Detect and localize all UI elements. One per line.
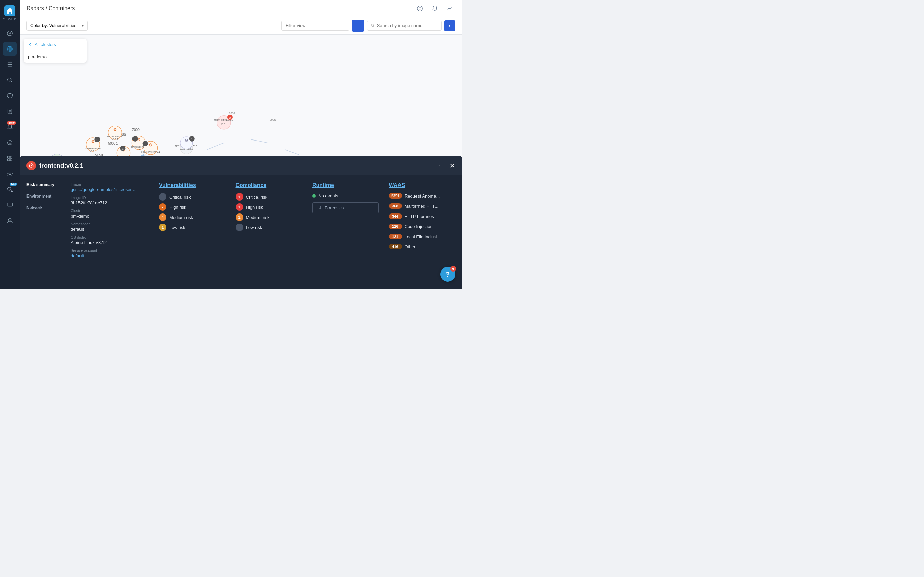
svg-text:50051: 50051 bbox=[108, 142, 118, 145]
imageid-label: Image ID bbox=[71, 195, 149, 200]
sidebar-item-incidents[interactable] bbox=[3, 136, 17, 149]
sidebar-item-logs[interactable] bbox=[3, 152, 17, 165]
forensics-button[interactable]: Forensics bbox=[312, 202, 379, 213]
sidebar-item-monitor[interactable] bbox=[3, 198, 17, 212]
nav-network[interactable]: Network bbox=[26, 205, 60, 210]
svg-rect-6 bbox=[8, 63, 12, 63]
svg-point-31 bbox=[8, 219, 11, 221]
help-icon-btn[interactable] bbox=[414, 3, 425, 14]
info-row-imageid: Image ID 3b152ffe781ec712 bbox=[71, 195, 149, 205]
svg-text:checkoutservice:: checkoutservice: bbox=[85, 147, 101, 150]
sidebar-item-radar[interactable] bbox=[3, 42, 17, 56]
waas-title[interactable]: WAAS bbox=[389, 182, 456, 189]
all-clusters-btn[interactable]: All clusters bbox=[24, 39, 87, 51]
sidebar-item-dashboard[interactable] bbox=[3, 26, 17, 40]
help-button[interactable]: 6 ? bbox=[440, 267, 455, 282]
svg-text:gke.0: gke.0 bbox=[221, 122, 227, 125]
comp-high: 1 High risk bbox=[236, 203, 302, 211]
svg-rect-28 bbox=[8, 203, 12, 206]
filter-button[interactable] bbox=[352, 20, 364, 32]
svg-point-18 bbox=[10, 143, 10, 144]
waas-column: WAAS 2351 Request Anoma... 368 Malformed… bbox=[389, 182, 456, 281]
sidebar-item-alerts[interactable]: 1879 bbox=[3, 120, 17, 134]
service-account-label: Service account bbox=[71, 248, 149, 253]
svg-point-35 bbox=[371, 24, 374, 26]
chevron-down-icon: ▾ bbox=[82, 23, 84, 28]
search-input[interactable] bbox=[377, 21, 438, 30]
waas-request-anomaly: 2351 Request Anoma... bbox=[389, 193, 456, 198]
svg-line-36 bbox=[373, 26, 374, 27]
image-value[interactable]: gcr.io/google-samples/microser... bbox=[71, 187, 149, 192]
vuln-high-badge: 7 bbox=[159, 203, 166, 211]
svg-point-9 bbox=[8, 78, 11, 81]
svg-point-23 bbox=[9, 173, 11, 174]
canvas-area: All clusters pm-demo bbox=[20, 35, 462, 288]
waas-code-injection: 126 Code Injection bbox=[389, 224, 456, 229]
vuln-critical-label: Critical risk bbox=[169, 195, 191, 200]
sidebar-item-shield[interactable] bbox=[3, 89, 17, 103]
detail-left-nav: Risk summary Environment Network bbox=[26, 182, 60, 281]
info-row-namespace: Namespace default bbox=[71, 222, 149, 232]
filter-input[interactable] bbox=[281, 21, 349, 31]
detail-panel: frontend:v0.2.1 ← ✕ Risk summary Environ… bbox=[20, 156, 462, 288]
green-dot-icon bbox=[312, 194, 316, 198]
svg-text:v0.2.1: v0.2.1 bbox=[90, 150, 96, 152]
detail-close-btn[interactable]: ✕ bbox=[449, 161, 455, 170]
namespace-label: Namespace bbox=[71, 222, 149, 226]
detail-back-btn[interactable]: ← bbox=[438, 161, 444, 170]
collapse-button[interactable]: ‹ bbox=[444, 20, 455, 31]
comp-low: Low risk bbox=[236, 224, 302, 231]
service-account-value[interactable]: default bbox=[71, 253, 149, 258]
image-label: Image bbox=[71, 182, 149, 186]
comp-low-label: Low risk bbox=[246, 225, 262, 230]
notification-icon-btn[interactable] bbox=[430, 3, 440, 14]
svg-text:1: 1 bbox=[97, 139, 98, 142]
runtime-title[interactable]: Runtime bbox=[312, 182, 379, 189]
vulnerabilities-title[interactable]: Vulnerabilities bbox=[159, 182, 226, 189]
sidebar-logo: CLOUD bbox=[2, 0, 18, 24]
sidebar-item-trial[interactable]: Trial bbox=[3, 183, 17, 196]
vulnerabilities-column: Vulnerabilities Critical risk 7 High ris… bbox=[159, 182, 226, 281]
sidebar-item-search[interactable] bbox=[3, 73, 17, 87]
info-row-cluster: Cluster pm-demo bbox=[71, 209, 149, 219]
compliance-title[interactable]: Compliance bbox=[236, 182, 302, 189]
svg-rect-8 bbox=[8, 66, 12, 66]
runtime-column: Runtime No events Forensics bbox=[312, 182, 379, 281]
analytics-icon-btn[interactable] bbox=[444, 3, 455, 14]
sidebar: CLOUD 1879 bbox=[0, 0, 20, 288]
sidebar-item-reports[interactable] bbox=[3, 105, 17, 118]
waas-request-anomaly-count: 2351 bbox=[389, 193, 402, 198]
sidebar-item-user[interactable] bbox=[3, 214, 17, 227]
comp-critical-label: Critical risk bbox=[246, 195, 268, 200]
color-by-label: Color by: Vulnerabilities bbox=[30, 23, 76, 28]
vuln-low: 1 Low risk bbox=[159, 224, 226, 231]
search-container bbox=[367, 21, 442, 31]
sidebar-item-settings[interactable] bbox=[3, 167, 17, 181]
forensics-label: Forensics bbox=[325, 205, 344, 210]
vuln-medium: 4 Medium risk bbox=[159, 213, 226, 221]
waas-http-libraries-label: HTTP Libraries bbox=[405, 214, 434, 219]
svg-text:1: 1 bbox=[144, 143, 146, 146]
nav-risk-summary[interactable]: Risk summary bbox=[26, 182, 60, 187]
waas-request-anomaly-label: Request Anoma... bbox=[405, 193, 439, 198]
nav-environment[interactable]: Environment bbox=[26, 194, 60, 198]
svg-rect-22 bbox=[10, 159, 12, 161]
cluster-name: pm-demo bbox=[28, 54, 47, 60]
cluster-item-pm-demo[interactable]: pm-demo bbox=[24, 51, 87, 63]
svg-line-10 bbox=[11, 81, 12, 82]
sidebar-item-list[interactable] bbox=[3, 58, 17, 71]
svg-rect-21 bbox=[8, 159, 10, 161]
comp-critical-badge: 1 bbox=[236, 193, 243, 201]
svg-text:v0.2.1: v0.2.1 bbox=[136, 148, 142, 151]
vuln-high-label: High risk bbox=[169, 205, 186, 210]
color-by-select[interactable]: Color by: Vulnerabilities ▾ bbox=[26, 21, 88, 31]
logo-icon[interactable] bbox=[5, 5, 15, 16]
vuln-critical: Critical risk bbox=[159, 193, 226, 201]
download-icon bbox=[318, 206, 323, 210]
back-arrow-icon bbox=[28, 42, 32, 47]
cluster-value: pm-demo bbox=[71, 213, 149, 219]
svg-text:2020: 2020 bbox=[270, 118, 276, 121]
svg-text:1: 1 bbox=[134, 138, 136, 141]
svg-point-33 bbox=[420, 9, 420, 10]
cluster-label: Cluster bbox=[71, 209, 149, 213]
